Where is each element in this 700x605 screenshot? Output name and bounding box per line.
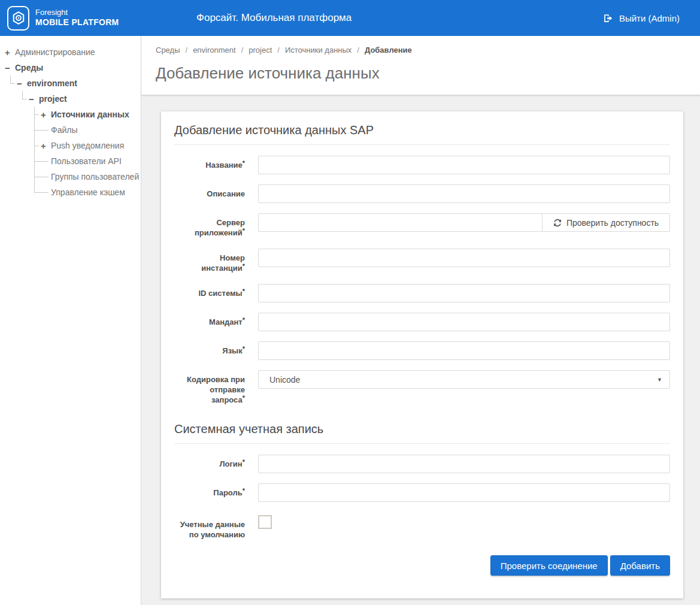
language-field[interactable]	[258, 341, 670, 360]
sidebar-item-label: Управление кэшем	[51, 187, 125, 197]
form-row-instance: Номер инстанции*	[174, 249, 670, 274]
check-availability-label: Проверить доступность	[566, 218, 659, 228]
section-title-sap: Добавление источника данных SAP	[174, 123, 670, 145]
add-data-source-form: Добавление источника данных SAP Название…	[161, 111, 683, 598]
sidebar: + Администрирование − Среды − environmen…	[0, 36, 141, 605]
login-field[interactable]	[258, 455, 670, 473]
page-title: Добавление источника данных	[156, 64, 686, 83]
required-mark: *	[243, 159, 245, 167]
form-actions: Проверить соединение Добавить	[174, 555, 670, 576]
form-row-password: Пароль*	[174, 483, 670, 502]
breadcrumb-separator: /	[357, 46, 359, 55]
breadcrumb-separator: /	[186, 46, 188, 55]
sidebar-item-environments[interactable]: − Среды	[5, 60, 141, 75]
minus-icon[interactable]: −	[5, 63, 15, 73]
sidebar-item-administration[interactable]: + Администрирование	[5, 44, 141, 60]
plus-icon[interactable]: +	[5, 47, 15, 58]
login-label: Логин*	[174, 455, 245, 470]
sidebar-item-cache-management[interactable]: Управление кэшем	[41, 184, 141, 200]
name-field[interactable]	[258, 156, 670, 174]
breadcrumb-project[interactable]: project	[249, 46, 272, 55]
app-title: Форсайт. Мобильная платформа	[196, 12, 351, 24]
encoding-label: Кодировка при отправке запроса*	[174, 370, 245, 406]
instance-number-field[interactable]	[258, 249, 670, 267]
check-availability-button[interactable]: Проверить доступность	[542, 213, 670, 232]
sidebar-item-api-users[interactable]: Пользователи API	[41, 153, 141, 169]
breadcrumb-separator: /	[277, 46, 280, 55]
form-row-login: Логин*	[174, 455, 670, 473]
form-row-description: Описание	[174, 184, 670, 203]
form-row-encoding: Кодировка при отправке запроса* Unicode …	[174, 370, 670, 406]
minus-icon[interactable]: −	[29, 94, 39, 104]
server-field[interactable]	[258, 213, 543, 232]
sidebar-item-label: Источники данных	[51, 110, 129, 119]
sidebar-item-label: environment	[27, 78, 77, 88]
logo-line2: MOBILE PLATFORM	[35, 17, 119, 28]
form-row-name: Название*	[174, 156, 670, 174]
sidebar-item-label: project	[39, 94, 67, 104]
description-label: Описание	[174, 184, 245, 199]
sidebar-item-label: Администрирование	[15, 47, 95, 57]
form-row-mandant: Мандант*	[174, 313, 670, 331]
logout-label: Выйти (Admin)	[619, 13, 680, 23]
add-button[interactable]: Добавить	[610, 555, 670, 576]
foresight-logo-icon	[7, 6, 29, 31]
language-label: Язык*	[174, 341, 245, 356]
required-mark: *	[243, 288, 245, 295]
mandant-field[interactable]	[258, 313, 670, 331]
system-id-field[interactable]	[258, 284, 670, 302]
breadcrumb-separator: /	[241, 46, 244, 55]
required-mark: *	[243, 345, 245, 352]
sidebar-item-label: Файлы	[51, 125, 77, 135]
password-label: Пароль*	[174, 483, 245, 498]
breadcrumb-data-sources[interactable]: Источники данных	[285, 46, 351, 55]
description-field[interactable]	[258, 184, 670, 203]
required-mark: *	[243, 227, 245, 234]
instance-label: Номер инстанции*	[174, 249, 245, 274]
server-label: Сервер приложений*	[174, 213, 245, 238]
sign-out-icon	[603, 13, 613, 23]
form-row-language: Язык*	[174, 341, 670, 360]
plus-icon[interactable]: +	[41, 141, 51, 151]
required-mark: *	[243, 316, 245, 323]
chevron-down-icon: ▼	[657, 377, 662, 383]
required-mark: *	[243, 394, 245, 401]
name-label: Название*	[174, 156, 245, 171]
breadcrumb-environment[interactable]: environment	[193, 46, 236, 55]
logout-button[interactable]: Выйти (Admin)	[603, 13, 680, 23]
breadcrumb: Среды / environment / project / Источник…	[156, 46, 686, 55]
encoding-select[interactable]: Unicode ▼	[258, 370, 670, 389]
sidebar-item-files[interactable]: Файлы	[41, 122, 141, 138]
form-row-server: Сервер приложений* Проверит	[174, 213, 670, 238]
form-row-default-credentials: Учетные данные по умолчанию	[174, 515, 670, 540]
minus-icon[interactable]: −	[17, 78, 27, 89]
required-mark: *	[243, 262, 245, 270]
logo-text: Foresight MOBILE PLATFORM	[35, 8, 119, 28]
sidebar-item-label: Среды	[15, 63, 43, 72]
navigation-tree: + Администрирование − Среды − environmen…	[5, 44, 141, 200]
default-credentials-checkbox[interactable]	[258, 515, 272, 529]
breadcrumb-environments[interactable]: Среды	[156, 46, 180, 55]
app-logo: Foresight MOBILE PLATFORM	[7, 6, 119, 31]
content-area: Добавление источника данных SAP Название…	[141, 95, 700, 605]
title-band: Среды / environment / project / Источник…	[141, 36, 700, 95]
refresh-icon	[553, 219, 562, 227]
breadcrumb-current: Добавление	[365, 46, 412, 55]
sidebar-item-label: Пользователи API	[51, 156, 122, 166]
encoding-selected-value: Unicode	[269, 375, 300, 385]
sidebar-item-user-groups[interactable]: Группы пользователей	[41, 169, 141, 184]
password-field[interactable]	[258, 483, 670, 502]
sidebar-item-environment[interactable]: − environment	[17, 75, 141, 91]
test-connection-button[interactable]: Проверить соединение	[490, 555, 608, 576]
sidebar-item-project[interactable]: − project	[29, 91, 141, 107]
required-mark: *	[243, 487, 245, 494]
sidebar-item-data-sources[interactable]: + Источники данных	[41, 107, 141, 122]
logo-line1: Foresight	[35, 8, 119, 17]
sidebar-item-label: Группы пользователей	[51, 172, 139, 182]
system-id-label: ID системы*	[174, 284, 245, 299]
plus-icon[interactable]: +	[41, 110, 51, 120]
form-row-system-id: ID системы*	[174, 284, 670, 302]
app-header: Foresight MOBILE PLATFORM Форсайт. Мобил…	[0, 0, 700, 36]
section-title-account: Системная учетная запись	[174, 422, 670, 444]
sidebar-item-push-notifications[interactable]: + Push уведомления	[41, 138, 141, 153]
